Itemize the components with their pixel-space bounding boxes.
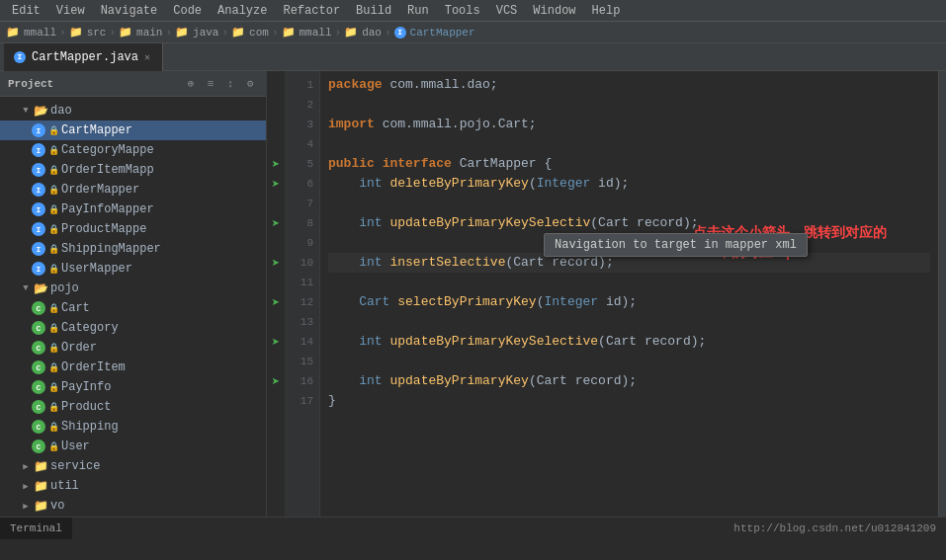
shippingmapper-lock-icon: 🔒	[48, 244, 59, 255]
service-label: service	[50, 459, 100, 473]
tree-shipping[interactable]: C 🔒 Shipping	[0, 417, 266, 437]
shipping-label: Shipping	[61, 420, 119, 434]
tree-product[interactable]: C 🔒 Product	[0, 397, 266, 417]
terminal-label[interactable]: Terminal	[0, 518, 72, 539]
sidebar-btn-2[interactable]: ≡	[203, 76, 218, 92]
gutter-10[interactable]: ➤	[267, 253, 285, 273]
menu-code[interactable]: Code	[165, 4, 210, 18]
tree-pojo-folder[interactable]: ▼ 📂 pojo	[0, 279, 266, 298]
user-class-icon: C	[32, 440, 45, 453]
tab-cartmapper[interactable]: I CartMapper.java ✕	[4, 43, 163, 71]
gutter-arrows: ➤ ➤ ➤ ➤ ➤ ➤ ➤	[267, 71, 285, 517]
vo-arrow-icon: ▶	[20, 500, 32, 512]
gutter-8[interactable]: ➤	[267, 213, 285, 233]
tree-shippingmapper[interactable]: I 🔒 ShippingMapper	[0, 239, 266, 259]
line-numbers: 1 2 3 4 5 6 7 8 9 10 11 12 13 14 15 16 1	[285, 71, 320, 517]
tree-ordermapper[interactable]: I 🔒 OrderMapper	[0, 180, 266, 200]
sidebar-btn-4[interactable]: ⚙	[242, 76, 258, 92]
gutter-14[interactable]: ➤	[267, 332, 285, 352]
menu-run[interactable]: Run	[399, 4, 437, 18]
code-line-14: int updateByPrimaryKeySelective(Cart rec…	[328, 332, 930, 352]
code-line-12: Cart selectByPrimaryKey(Integer id);	[328, 292, 930, 312]
gutter-16[interactable]: ➤	[267, 371, 285, 391]
code-lines[interactable]: package com.mmall.dao; import com.mmall.…	[320, 71, 938, 517]
tree-order[interactable]: C 🔒 Order	[0, 338, 266, 358]
menu-view[interactable]: View	[48, 4, 93, 18]
code-line-1: package com.mmall.dao;	[328, 75, 930, 95]
shippingmapper-label: ShippingMapper	[61, 242, 161, 256]
code-line-4	[328, 134, 930, 154]
pojo-arrow-icon: ▼	[20, 282, 32, 294]
cartmapper-lock-icon: 🔒	[48, 125, 59, 136]
orderitemmapper-iface-icon: I	[32, 163, 45, 177]
cart-class-icon: C	[32, 301, 45, 315]
gutter-15	[267, 352, 285, 371]
tree-vo-folder[interactable]: ▶ 📁 vo	[0, 496, 266, 516]
main-layout: Project ⊕ ≡ ↕ ⚙ ▼ 📂 dao I 🔒 CartMapper	[0, 71, 946, 517]
tree-service-folder[interactable]: ▶ 📁 service	[0, 456, 266, 476]
menu-window[interactable]: Window	[525, 4, 583, 18]
project-tree: ▼ 📂 dao I 🔒 CartMapper I 🔒 CategoryMappe…	[0, 97, 266, 517]
sidebar: Project ⊕ ≡ ↕ ⚙ ▼ 📂 dao I 🔒 CartMapper	[0, 71, 267, 517]
menu-build[interactable]: Build	[348, 4, 399, 18]
pojo-label: pojo	[50, 281, 79, 295]
orderitem-label: OrderItem	[61, 360, 126, 374]
code-editor[interactable]: ➤ ➤ ➤ ➤ ➤ ➤ ➤ 1 2 3	[267, 71, 946, 517]
shipping-lock-icon: 🔒	[48, 422, 59, 433]
gutter-5[interactable]: ➤	[267, 154, 285, 174]
tree-orderitem[interactable]: C 🔒 OrderItem	[0, 358, 266, 377]
tab-close-button[interactable]: ✕	[142, 51, 152, 63]
code-line-16: int updateByPrimaryKey(Cart record);	[328, 371, 930, 391]
util-folder-icon: 📁	[34, 479, 47, 493]
tree-user[interactable]: C 🔒 User	[0, 437, 266, 456]
orderitemmapper-label: OrderItemMapp	[61, 163, 154, 177]
tree-productmapper[interactable]: I 🔒 ProductMappe	[0, 219, 266, 239]
tree-orderitemmapper[interactable]: I 🔒 OrderItemMapp	[0, 160, 266, 180]
tree-util-folder[interactable]: ▶ 📁 util	[0, 476, 266, 496]
gutter-12[interactable]: ➤	[267, 292, 285, 312]
menu-vcs[interactable]: VCS	[488, 4, 526, 18]
orderitem-class-icon: C	[32, 360, 45, 374]
usermapper-iface-icon: I	[32, 262, 45, 276]
sidebar-header: Project ⊕ ≡ ↕ ⚙	[0, 71, 266, 97]
dao-folder-icon: 📂	[34, 104, 47, 118]
sidebar-btn-1[interactable]: ⊕	[183, 76, 199, 92]
tree-payinfo[interactable]: C 🔒 PayInfo	[0, 377, 266, 397]
gutter-9	[267, 233, 285, 253]
productmapper-iface-icon: I	[32, 222, 45, 236]
ordermapper-iface-icon: I	[32, 183, 45, 197]
order-label: Order	[61, 341, 97, 355]
productmapper-label: ProductMappe	[61, 222, 146, 236]
tree-dao-folder[interactable]: ▼ 📂 dao	[0, 101, 266, 120]
code-line-2	[328, 95, 930, 115]
payinfomapper-iface-icon: I	[32, 202, 45, 216]
tree-cart[interactable]: C 🔒 Cart	[0, 298, 266, 318]
cart-label: Cart	[61, 301, 90, 315]
util-label: util	[50, 479, 79, 493]
menu-refactor[interactable]: Refactor	[275, 4, 348, 18]
product-lock-icon: 🔒	[48, 402, 59, 413]
menu-help[interactable]: Help	[584, 4, 629, 18]
menu-analyze[interactable]: Analyze	[210, 4, 275, 18]
productmapper-lock-icon: 🔒	[48, 224, 59, 235]
service-arrow-icon: ▶	[20, 460, 32, 472]
sidebar-btn-3[interactable]: ↕	[222, 76, 238, 92]
tree-categorymapper[interactable]: I 🔒 CategoryMappe	[0, 140, 266, 160]
tree-category[interactable]: C 🔒 Category	[0, 318, 266, 338]
menu-edit[interactable]: Edit	[4, 4, 48, 18]
ordermapper-label: OrderMapper	[61, 183, 139, 197]
cartmapper-label: CartMapper	[61, 123, 132, 137]
code-area: ➤ ➤ ➤ ➤ ➤ ➤ ➤ 1 2 3	[267, 71, 946, 517]
menu-tools[interactable]: Tools	[437, 4, 488, 18]
tree-cartmapper[interactable]: I 🔒 CartMapper	[0, 120, 266, 140]
scrollbar-right[interactable]	[938, 71, 946, 517]
tree-usermapper[interactable]: I 🔒 UserMapper	[0, 259, 266, 279]
dao-label: dao	[50, 104, 72, 118]
gutter-6[interactable]: ➤	[267, 174, 285, 194]
gutter-1	[267, 75, 285, 95]
tree-payinfomapper[interactable]: I 🔒 PayInfoMapper	[0, 200, 266, 219]
orderitem-lock-icon: 🔒	[48, 362, 59, 373]
menu-navigate[interactable]: Navigate	[93, 4, 166, 18]
gutter-4	[267, 134, 285, 154]
util-arrow-icon: ▶	[20, 480, 32, 492]
